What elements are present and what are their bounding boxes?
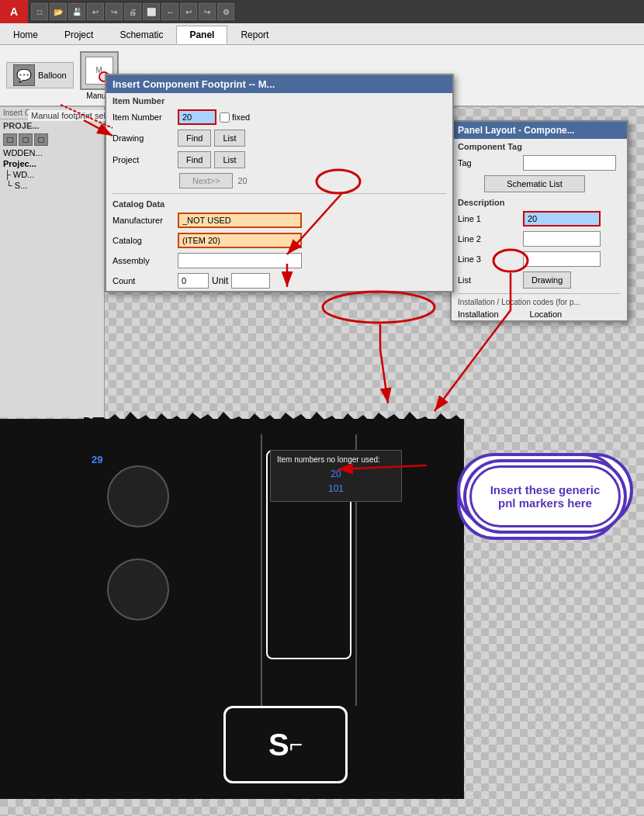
terminal-box: S ⌐: [223, 706, 348, 783]
small-icon-1[interactable]: □: [3, 133, 17, 146]
left-number: 29: [92, 454, 102, 465]
line1-row: Line 1 20: [452, 209, 627, 229]
line3-label: Line 3: [458, 254, 520, 264]
drawing-label: Drawing: [113, 133, 175, 143]
toolbar-icons: □ 📂 💾 ↩ ↪ 🖨 ⬜ ↔ ↩ ↪ ⚙: [28, 3, 237, 20]
divider: [113, 193, 446, 194]
drawing-row: Drawing Find List: [106, 127, 452, 149]
cloud-callout: Insert these generic pnl markers here: [469, 465, 621, 527]
left-dark-panel: [0, 419, 87, 799]
line2-label: Line 2: [458, 234, 520, 244]
tab-report[interactable]: Report: [227, 26, 282, 44]
small-toolbar: □ □ □: [0, 132, 104, 147]
tool1-icon[interactable]: ⬜: [143, 3, 160, 20]
ribbon-tabs: Home Project Schematic Panel Report: [0, 23, 644, 45]
tool5-icon[interactable]: ⚙: [217, 3, 234, 20]
manufacturer-row: Manufacturer _NOT USED: [106, 210, 452, 230]
line3-input[interactable]: [523, 251, 601, 267]
line2-row: Line 2: [452, 229, 627, 249]
tool2-icon[interactable]: ↔: [161, 3, 178, 20]
item-number-20: 20: [277, 467, 395, 482]
assembly-input[interactable]: [178, 253, 302, 268]
count-input[interactable]: 0: [178, 273, 209, 289]
print-icon[interactable]: 🖨: [124, 3, 141, 20]
assembly-row: Assembly: [106, 251, 452, 271]
assembly-label: Assembly: [113, 256, 175, 265]
tool4-icon[interactable]: ↪: [199, 3, 216, 20]
drawing-find-button[interactable]: Find: [178, 130, 211, 147]
project-label: PROJE...: [0, 119, 104, 132]
panel-dark-area: Item numbers no longer used: 20 101 29 S…: [84, 419, 464, 799]
catalog-label: Catalog: [113, 236, 175, 245]
installation-col: Installation: [458, 309, 499, 319]
balloon-icon: 💬: [13, 64, 35, 86]
component-tag-section: Component Tag: [452, 139, 627, 153]
project-tree-label: Projec...: [0, 158, 104, 169]
dialog-insert-component: Insert Component Footprint -- M... Item …: [105, 74, 454, 292]
schematic-list-row: Schematic List: [452, 173, 627, 195]
manufacturer-input[interactable]: _NOT USED: [178, 213, 302, 228]
left-panel-region: Insert Co... PROJE... □ □ □ WDDEN... Pro…: [0, 107, 105, 417]
item-number-section-label: Item Number: [106, 93, 452, 107]
list-label: List: [458, 275, 520, 285]
panel-layout-title: Panel Layout - Compone...: [452, 122, 627, 139]
installation-headers: Installation Location: [452, 308, 627, 320]
dialog-title: Insert Component Footprint -- M...: [106, 75, 452, 93]
project-row: Project Find List: [106, 149, 452, 171]
catalog-row: Catalog (ITEM 20): [106, 230, 452, 251]
tag-label: Tag: [458, 158, 520, 168]
fixed-label: fixed: [232, 112, 250, 122]
small-icon-3[interactable]: □: [34, 133, 48, 146]
balloon-label: Balloon: [38, 71, 67, 80]
count-row: Count 0 Unit: [106, 271, 452, 291]
next-button[interactable]: Next>>: [179, 173, 233, 188]
unit-input[interactable]: [231, 273, 270, 289]
item-number-label: Item Number: [113, 112, 175, 122]
tab-schematic[interactable]: Schematic: [106, 26, 176, 44]
item-numbers-title: Item numbers no longer used:: [277, 455, 395, 464]
fixed-checkbox[interactable]: [220, 112, 230, 123]
line1-input[interactable]: 20: [523, 211, 601, 226]
panel-line-left: [261, 434, 262, 706]
undo-icon[interactable]: ↩: [87, 3, 104, 20]
tab-project[interactable]: Project: [51, 26, 106, 44]
save-icon[interactable]: 💾: [68, 3, 85, 20]
catalog-input[interactable]: (ITEM 20): [178, 233, 302, 248]
project-list-button[interactable]: List: [214, 151, 244, 168]
next-row: Next>> 20: [106, 171, 452, 191]
tool3-icon[interactable]: ↩: [180, 3, 197, 20]
line2-input[interactable]: [523, 231, 601, 247]
schematic-list-button[interactable]: Schematic List: [484, 175, 585, 192]
callout-text: Insert these generic pnl markers here: [490, 483, 601, 510]
tab-home[interactable]: Home: [0, 26, 51, 44]
line3-row: Line 3: [452, 249, 627, 269]
unit-label: Unit: [212, 275, 228, 286]
item-number-input[interactable]: 20: [178, 109, 216, 125]
tab-panel[interactable]: Panel: [176, 26, 227, 44]
installation-label: Installation / Location codes (for p...: [452, 296, 627, 308]
item-number-101: 101: [277, 482, 395, 496]
item-numbers-box: Item numbers no longer used: 20 101: [270, 450, 402, 502]
project-find-button[interactable]: Find: [178, 151, 211, 168]
tag-input[interactable]: [523, 155, 616, 171]
small-icon-2[interactable]: □: [19, 133, 33, 146]
drawing-button[interactable]: Drawing: [523, 271, 571, 289]
list-drawing-row: List Drawing: [452, 269, 627, 291]
tree-s[interactable]: └ S...: [0, 180, 104, 191]
tree-wd[interactable]: ├ WD...: [0, 169, 104, 180]
torn-edge-top: [84, 410, 464, 424]
item-number-row: Item Number 20 fixed: [106, 107, 452, 127]
new-file-icon[interactable]: □: [31, 3, 48, 20]
count-label: Count: [113, 276, 175, 285]
tag-row: Tag: [452, 153, 627, 173]
dialog-panel-layout: Panel Layout - Compone... Component Tag …: [450, 120, 628, 322]
autocad-logo: A: [0, 0, 28, 23]
top-toolbar: A □ 📂 💾 ↩ ↪ 🖨 ⬜ ↔ ↩ ↪ ⚙: [0, 0, 644, 23]
open-icon[interactable]: 📂: [50, 3, 67, 20]
manufacturer-label: Manufacturer: [113, 216, 175, 225]
fixed-checkbox-row: fixed: [220, 112, 250, 123]
redo-icon[interactable]: ↪: [106, 3, 123, 20]
component-circle-1: [107, 465, 169, 527]
drawing-list-button[interactable]: List: [214, 130, 244, 147]
line1-label: Line 1: [458, 214, 520, 223]
